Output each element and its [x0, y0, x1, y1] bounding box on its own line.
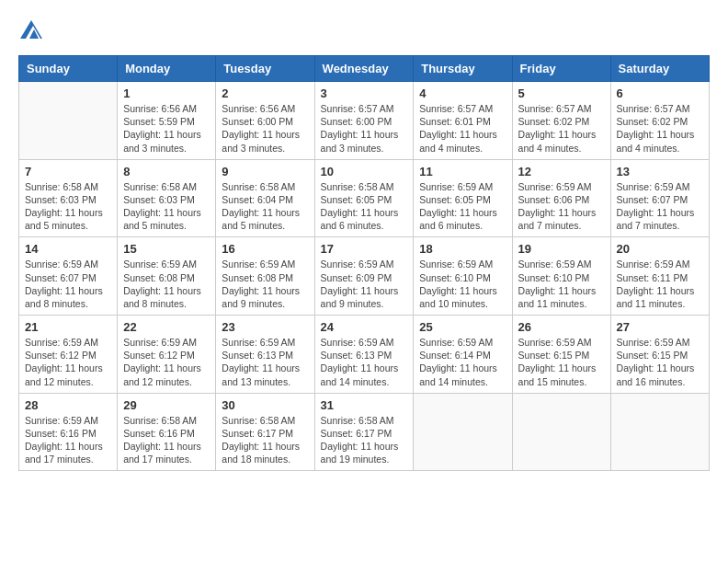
calendar-cell: 4Sunrise: 6:57 AMSunset: 6:01 PMDaylight…: [414, 82, 512, 160]
day-number: 24: [321, 320, 408, 334]
calendar-cell: 10Sunrise: 6:58 AMSunset: 6:05 PMDayligh…: [314, 159, 414, 237]
weekday-header-friday: Friday: [512, 56, 610, 82]
day-number: 27: [617, 320, 703, 334]
day-info: Sunrise: 6:59 AMSunset: 6:15 PMDaylight:…: [518, 336, 605, 388]
calendar-cell: 9Sunrise: 6:58 AMSunset: 6:04 PMDaylight…: [216, 159, 314, 237]
day-info: Sunrise: 6:59 AMSunset: 6:14 PMDaylight:…: [419, 336, 506, 388]
calendar-cell: 29Sunrise: 6:58 AMSunset: 6:16 PMDayligh…: [118, 393, 216, 471]
calendar-cell: [512, 393, 610, 471]
day-number: 7: [25, 165, 111, 178]
day-number: 31: [321, 398, 408, 412]
day-info: Sunrise: 6:58 AMSunset: 6:17 PMDaylight:…: [222, 414, 308, 466]
day-number: 17: [321, 242, 408, 256]
calendar-cell: 21Sunrise: 6:59 AMSunset: 6:12 PMDayligh…: [19, 316, 118, 394]
day-number: 29: [123, 398, 210, 412]
weekday-header-thursday: Thursday: [414, 56, 512, 82]
weekday-header-tuesday: Tuesday: [216, 56, 314, 82]
day-number: 3: [321, 86, 408, 100]
calendar-cell: [19, 82, 118, 160]
day-number: 8: [123, 165, 210, 178]
day-info: Sunrise: 6:59 AMSunset: 6:16 PMDaylight:…: [25, 414, 111, 466]
day-info: Sunrise: 6:59 AMSunset: 6:08 PMDaylight:…: [222, 258, 308, 310]
day-info: Sunrise: 6:59 AMSunset: 6:13 PMDaylight:…: [321, 336, 408, 388]
day-number: 1: [123, 86, 210, 100]
day-number: 12: [518, 165, 605, 178]
day-info: Sunrise: 6:59 AMSunset: 6:12 PMDaylight:…: [25, 336, 111, 388]
calendar-week-row: 7Sunrise: 6:58 AMSunset: 6:03 PMDaylight…: [19, 159, 710, 237]
day-number: 13: [617, 165, 703, 178]
calendar-cell: 24Sunrise: 6:59 AMSunset: 6:13 PMDayligh…: [314, 316, 414, 394]
calendar-cell: 31Sunrise: 6:58 AMSunset: 6:17 PMDayligh…: [314, 393, 414, 471]
day-info: Sunrise: 6:56 AMSunset: 5:59 PMDaylight:…: [123, 102, 210, 155]
calendar-cell: 12Sunrise: 6:59 AMSunset: 6:06 PMDayligh…: [512, 159, 610, 237]
day-number: 25: [419, 320, 506, 334]
day-info: Sunrise: 6:59 AMSunset: 6:09 PMDaylight:…: [321, 258, 408, 310]
calendar-cell: 13Sunrise: 6:59 AMSunset: 6:07 PMDayligh…: [610, 159, 709, 237]
day-info: Sunrise: 6:58 AMSunset: 6:03 PMDaylight:…: [25, 180, 111, 233]
weekday-header-saturday: Saturday: [610, 56, 709, 82]
weekday-header-sunday: Sunday: [19, 56, 118, 82]
day-info: Sunrise: 6:57 AMSunset: 6:00 PMDaylight:…: [321, 102, 408, 155]
day-number: 15: [123, 242, 210, 256]
calendar-cell: 28Sunrise: 6:59 AMSunset: 6:16 PMDayligh…: [19, 393, 118, 471]
weekday-header-row: SundayMondayTuesdayWednesdayThursdayFrid…: [19, 56, 710, 82]
logo: [18, 18, 42, 40]
day-number: 5: [518, 86, 605, 100]
weekday-header-wednesday: Wednesday: [314, 56, 414, 82]
calendar-week-row: 1Sunrise: 6:56 AMSunset: 5:59 PMDaylight…: [19, 82, 710, 160]
day-number: 21: [25, 320, 111, 334]
day-info: Sunrise: 6:58 AMSunset: 6:05 PMDaylight:…: [321, 180, 408, 233]
calendar-cell: 23Sunrise: 6:59 AMSunset: 6:13 PMDayligh…: [216, 316, 314, 394]
day-number: 19: [518, 242, 605, 256]
day-number: 28: [25, 398, 111, 412]
calendar-body: 1Sunrise: 6:56 AMSunset: 5:59 PMDaylight…: [19, 82, 710, 471]
day-info: Sunrise: 6:58 AMSunset: 6:03 PMDaylight:…: [123, 180, 210, 233]
day-info: Sunrise: 6:57 AMSunset: 6:01 PMDaylight:…: [419, 102, 506, 155]
calendar-cell: [414, 393, 512, 471]
calendar-cell: 22Sunrise: 6:59 AMSunset: 6:12 PMDayligh…: [118, 316, 216, 394]
day-number: 2: [222, 86, 308, 100]
day-number: 11: [419, 165, 506, 178]
day-number: 18: [419, 242, 506, 256]
calendar-week-row: 14Sunrise: 6:59 AMSunset: 6:07 PMDayligh…: [19, 237, 710, 316]
calendar-cell: 14Sunrise: 6:59 AMSunset: 6:07 PMDayligh…: [19, 237, 118, 316]
day-info: Sunrise: 6:58 AMSunset: 6:16 PMDaylight:…: [123, 414, 210, 466]
day-info: Sunrise: 6:59 AMSunset: 6:10 PMDaylight:…: [518, 258, 605, 310]
calendar-cell: 30Sunrise: 6:58 AMSunset: 6:17 PMDayligh…: [216, 393, 314, 471]
calendar-cell: 3Sunrise: 6:57 AMSunset: 6:00 PMDaylight…: [314, 82, 414, 160]
weekday-header-monday: Monday: [118, 56, 216, 82]
calendar-week-row: 28Sunrise: 6:59 AMSunset: 6:16 PMDayligh…: [19, 393, 710, 471]
calendar-cell: 27Sunrise: 6:59 AMSunset: 6:15 PMDayligh…: [610, 316, 709, 394]
day-number: 20: [617, 242, 703, 256]
day-info: Sunrise: 6:59 AMSunset: 6:05 PMDaylight:…: [419, 180, 506, 233]
day-info: Sunrise: 6:59 AMSunset: 6:10 PMDaylight:…: [419, 258, 506, 310]
calendar-cell: 2Sunrise: 6:56 AMSunset: 6:00 PMDaylight…: [216, 82, 314, 160]
day-number: 16: [222, 242, 308, 256]
calendar-cell: 7Sunrise: 6:58 AMSunset: 6:03 PMDaylight…: [19, 159, 118, 237]
calendar-cell: 19Sunrise: 6:59 AMSunset: 6:10 PMDayligh…: [512, 237, 610, 316]
day-number: 6: [617, 86, 703, 100]
day-info: Sunrise: 6:59 AMSunset: 6:07 PMDaylight:…: [617, 180, 703, 233]
calendar-cell: 5Sunrise: 6:57 AMSunset: 6:02 PMDaylight…: [512, 82, 610, 160]
calendar-cell: 15Sunrise: 6:59 AMSunset: 6:08 PMDayligh…: [118, 237, 216, 316]
day-number: 22: [123, 320, 210, 334]
day-number: 4: [419, 86, 506, 100]
day-info: Sunrise: 6:59 AMSunset: 6:13 PMDaylight:…: [222, 336, 308, 388]
day-info: Sunrise: 6:59 AMSunset: 6:06 PMDaylight:…: [518, 180, 605, 233]
day-number: 26: [518, 320, 605, 334]
calendar-cell: 11Sunrise: 6:59 AMSunset: 6:05 PMDayligh…: [414, 159, 512, 237]
day-info: Sunrise: 6:58 AMSunset: 6:04 PMDaylight:…: [222, 180, 308, 233]
day-info: Sunrise: 6:58 AMSunset: 6:17 PMDaylight:…: [321, 414, 408, 466]
calendar-cell: [610, 393, 709, 471]
calendar-cell: 18Sunrise: 6:59 AMSunset: 6:10 PMDayligh…: [414, 237, 512, 316]
calendar-header: SundayMondayTuesdayWednesdayThursdayFrid…: [19, 56, 710, 82]
page-header: [18, 18, 710, 40]
calendar-cell: 17Sunrise: 6:59 AMSunset: 6:09 PMDayligh…: [314, 237, 414, 316]
calendar-cell: 25Sunrise: 6:59 AMSunset: 6:14 PMDayligh…: [414, 316, 512, 394]
calendar-cell: 20Sunrise: 6:59 AMSunset: 6:11 PMDayligh…: [610, 237, 709, 316]
day-info: Sunrise: 6:59 AMSunset: 6:11 PMDaylight:…: [617, 258, 703, 310]
calendar-cell: 6Sunrise: 6:57 AMSunset: 6:02 PMDaylight…: [610, 82, 709, 160]
calendar-cell: 16Sunrise: 6:59 AMSunset: 6:08 PMDayligh…: [216, 237, 314, 316]
day-number: 9: [222, 165, 308, 178]
day-info: Sunrise: 6:59 AMSunset: 6:07 PMDaylight:…: [25, 258, 111, 310]
